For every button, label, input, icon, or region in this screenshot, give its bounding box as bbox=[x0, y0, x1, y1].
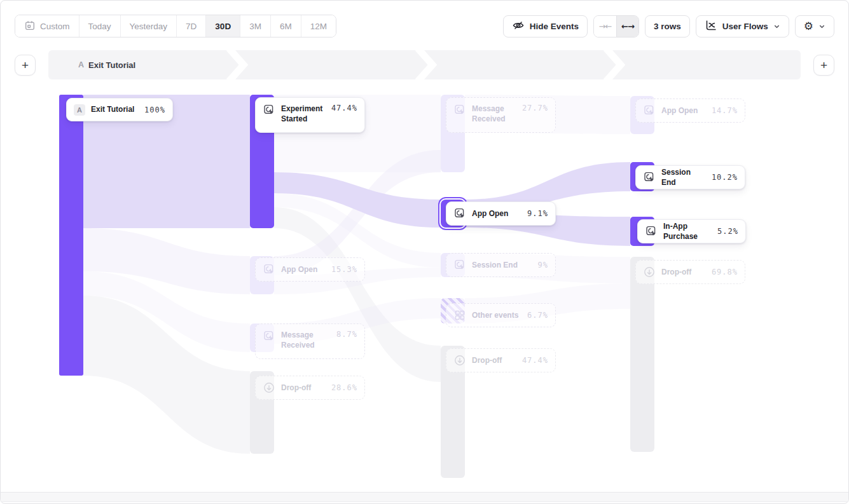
view-selector-label: User Flows bbox=[722, 22, 768, 31]
node-percentage: 6.7% bbox=[527, 311, 548, 320]
flow-node-other-events-3[interactable]: Other events6.7% bbox=[446, 303, 556, 327]
date-range-7d[interactable]: 7D bbox=[177, 15, 206, 37]
step-badge: A bbox=[78, 60, 84, 69]
rows-button[interactable]: 3 rows bbox=[645, 15, 690, 37]
flow-node-session-end-3[interactable]: Session End9% bbox=[446, 253, 556, 277]
node-percentage: 27.7% bbox=[522, 104, 548, 112]
date-range-label: Custom bbox=[40, 22, 70, 31]
dropoff-icon bbox=[453, 354, 466, 367]
node-percentage: 5.2% bbox=[717, 227, 738, 236]
date-range-label: 30D bbox=[215, 22, 231, 31]
user-flows-app: CustomTodayYesterday7D30D3M6M12M Hide Ev… bbox=[0, 0, 849, 504]
node-percentage: 9% bbox=[538, 261, 548, 269]
date-range-custom[interactable]: Custom bbox=[15, 15, 79, 37]
flow-node-app-open-3[interactable]: App Open9.1% bbox=[446, 201, 556, 226]
footer-bar bbox=[1, 492, 848, 502]
node-percentage: 14.7% bbox=[712, 106, 738, 115]
flow-link-experiment-started-2-to-app-open-3 bbox=[274, 172, 441, 228]
node-percentage: 15.3% bbox=[331, 265, 357, 274]
other-events-icon bbox=[453, 309, 466, 322]
flow-ribbons bbox=[1, 79, 849, 493]
event-icon bbox=[643, 171, 656, 184]
view-selector-dropdown[interactable]: User Flows bbox=[696, 15, 789, 37]
node-label: Session End bbox=[472, 260, 518, 270]
flow-node-session-end-4[interactable]: Session End10.2% bbox=[635, 165, 745, 189]
collapse-arrows-icon: →← bbox=[599, 22, 612, 31]
step-strip: AExit Tutorial bbox=[48, 50, 801, 79]
event-icon bbox=[263, 263, 275, 276]
node-percentage: 28.6% bbox=[331, 383, 357, 392]
dropoff-icon bbox=[643, 266, 656, 278]
eye-off-icon bbox=[512, 19, 525, 34]
flow-node-drop-off-2[interactable]: Drop-off28.6% bbox=[255, 376, 365, 400]
date-range-label: Yesterday bbox=[130, 22, 168, 31]
flow-link-exit-tutorial-to-drop-off-2 bbox=[83, 296, 250, 454]
flow-bar-exit-tutorial[interactable] bbox=[59, 95, 83, 376]
event-icon bbox=[453, 104, 466, 116]
date-range-3m[interactable]: 3M bbox=[240, 15, 271, 37]
flow-node-exit-tutorial[interactable]: AExit Tutorial100% bbox=[66, 98, 173, 121]
plus-icon: + bbox=[22, 58, 29, 72]
flow-node-app-open-2[interactable]: App Open15.3% bbox=[255, 257, 365, 282]
step-segment-1[interactable]: AExit Tutorial bbox=[48, 50, 237, 79]
node-label: Message Received bbox=[281, 330, 331, 350]
date-range-30d[interactable]: 30D bbox=[206, 15, 240, 37]
event-icon bbox=[263, 104, 275, 116]
user-flows-chart-icon bbox=[705, 19, 717, 34]
node-percentage: 47.4% bbox=[522, 356, 548, 365]
node-percentage: 8.7% bbox=[336, 330, 357, 339]
date-range-group: CustomTodayYesterday7D30D3M6M12M bbox=[15, 15, 336, 37]
flow-link-app-open-2-to-message-received-3 bbox=[274, 150, 441, 275]
flow-link-exit-tutorial-to-app-open-2 bbox=[83, 228, 250, 294]
flow-link-exit-tutorial-to-message-received-2 bbox=[83, 271, 250, 352]
collapse-width-button[interactable]: →← bbox=[594, 16, 616, 37]
rows-label: 3 rows bbox=[654, 22, 681, 31]
node-label: Experiment Started bbox=[281, 104, 326, 124]
node-label: Exit Tutorial bbox=[91, 104, 134, 114]
node-label: Message Received bbox=[472, 104, 516, 124]
add-step-right-button[interactable]: + bbox=[813, 55, 834, 76]
node-label: Drop-off bbox=[281, 383, 311, 393]
date-range-yesterday[interactable]: Yesterday bbox=[121, 15, 177, 37]
step-header-row: + AExit Tutorial + bbox=[15, 50, 834, 79]
hide-events-label: Hide Events bbox=[530, 22, 579, 31]
chevron-down-icon bbox=[818, 23, 825, 30]
step-segment-2[interactable] bbox=[237, 50, 425, 79]
step-segment-3[interactable] bbox=[425, 50, 614, 79]
calendar-icon bbox=[24, 20, 36, 33]
flow-node-drop-off-4[interactable]: Drop-off69.8% bbox=[635, 260, 745, 284]
node-percentage: 100% bbox=[144, 106, 165, 114]
node-label: Drop-off bbox=[472, 355, 502, 365]
flow-node-message-received-2[interactable]: Message Received8.7% bbox=[255, 324, 365, 359]
event-icon bbox=[645, 225, 658, 238]
flow-node-in-app-purchase-4[interactable]: In-App Purchase5.2% bbox=[637, 219, 746, 243]
expand-arrows-icon: ←→ bbox=[621, 22, 634, 31]
date-range-12m[interactable]: 12M bbox=[301, 15, 336, 37]
date-range-label: 6M bbox=[280, 22, 292, 31]
flow-node-app-open-4[interactable]: App Open14.7% bbox=[635, 99, 745, 123]
node-label: App Open bbox=[472, 208, 508, 219]
gear-icon: ⚙ bbox=[804, 21, 813, 32]
step-segment-4[interactable] bbox=[614, 50, 801, 79]
dropoff-icon bbox=[263, 381, 275, 394]
step-label: Exit Tutorial bbox=[88, 60, 135, 70]
event-icon bbox=[453, 207, 466, 220]
flow-node-experiment-started-2[interactable]: Experiment Started47.4% bbox=[255, 97, 365, 133]
event-icon bbox=[643, 104, 656, 117]
date-range-today[interactable]: Today bbox=[79, 15, 121, 37]
add-step-left-button[interactable]: + bbox=[15, 55, 36, 76]
node-percentage: 10.2% bbox=[712, 173, 738, 182]
node-label: App Open bbox=[281, 264, 317, 275]
flow-node-message-received-3[interactable]: Message Received27.7% bbox=[446, 97, 556, 133]
width-toggle-group: →← ←→ bbox=[593, 15, 639, 37]
date-range-6m[interactable]: 6M bbox=[271, 15, 301, 37]
node-label: In-App Purchase bbox=[663, 221, 712, 242]
flow-bar-drop-off-4[interactable] bbox=[630, 257, 654, 452]
node-percentage: 47.4% bbox=[331, 104, 357, 112]
flow-node-drop-off-3[interactable]: Drop-off47.4% bbox=[446, 348, 556, 372]
expand-width-button[interactable]: ←→ bbox=[616, 16, 638, 37]
date-range-label: 7D bbox=[186, 22, 197, 31]
settings-dropdown[interactable]: ⚙ bbox=[795, 15, 834, 37]
hide-events-button[interactable]: Hide Events bbox=[503, 15, 588, 37]
node-badge: A bbox=[74, 104, 85, 116]
